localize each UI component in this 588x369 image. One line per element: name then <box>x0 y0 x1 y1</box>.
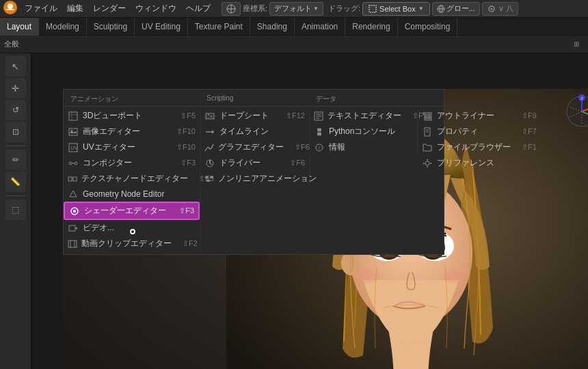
svg-point-65 <box>211 115 212 117</box>
tab-modeling[interactable]: Modeling <box>39 18 87 36</box>
file-browser-icon <box>422 142 433 153</box>
timeline-icon <box>204 126 215 137</box>
tab-layout[interactable]: Layout <box>0 18 39 36</box>
fullscreen-label: 全般 <box>4 39 19 49</box>
menu-python-console[interactable]: Pythonコンソール <box>310 124 417 139</box>
tool-scale[interactable]: ⊡ <box>5 122 26 142</box>
icons-row-btn[interactable]: ∨ 八 <box>482 2 518 16</box>
tool-annotate[interactable]: ✏ <box>5 150 26 170</box>
menu-drivers[interactable]: ドライバー ⇧F6 <box>200 155 309 171</box>
file-menu[interactable]: ファイル <box>21 1 62 16</box>
select-box-dropdown-arrow: ▼ <box>418 5 424 12</box>
menu-dope-sheet[interactable]: ドープシート ⇧F12 <box>200 108 309 124</box>
render-menu[interactable]: レンダー <box>89 1 130 16</box>
menu-image-editor[interactable]: 画像エディター ⇧F10 <box>64 124 200 139</box>
tool-rotate[interactable]: ↺ <box>5 100 26 120</box>
info-icon: i <box>314 142 325 153</box>
svg-point-27 <box>567 96 588 126</box>
menu-texture-node[interactable]: テクスチャノードエディター ⇧F3 <box>64 171 200 187</box>
section-label-data: データ <box>309 94 444 105</box>
menu-uv-editor[interactable]: UV UVエディター ⇧F10 <box>64 139 200 155</box>
menu-geometry-node[interactable]: Geometry Node Editor <box>64 187 200 202</box>
menu-graph-editor[interactable]: グラフエディター ⇧F6 <box>200 139 309 155</box>
menu-video[interactable]: ビデオ... <box>64 220 200 236</box>
menu-video-clip[interactable]: 動画クリップエディター ⇧F2 <box>64 236 200 251</box>
svg-rect-56 <box>69 226 75 231</box>
tab-shading[interactable]: Shading <box>250 18 295 36</box>
svg-point-25 <box>354 270 379 284</box>
menu-properties[interactable]: プロパティ ⇧F7 <box>418 124 541 139</box>
tool-measure[interactable]: 📏 <box>5 172 26 192</box>
svg-rect-40 <box>69 112 77 120</box>
menu-file-browser[interactable]: ファイルブラウザー ⇧F1 <box>418 139 541 155</box>
svg-point-26 <box>443 270 468 284</box>
geometry-node-icon <box>68 189 79 200</box>
svg-rect-73 <box>206 180 210 182</box>
tab-uv-editing[interactable]: UV Editing <box>135 18 188 36</box>
menu-3d-viewport[interactable]: 3Dビューポート ⇧F5 <box>64 108 200 124</box>
svg-rect-61 <box>206 113 214 119</box>
svg-point-86 <box>425 161 429 165</box>
svg-rect-6 <box>369 5 376 12</box>
text-editor-icon <box>314 111 323 122</box>
svg-marker-67 <box>212 130 214 134</box>
edit-menu[interactable]: 編集 <box>63 1 88 16</box>
menu-shader-editor[interactable]: シェーダーエディター ⇧F3 <box>64 202 200 220</box>
svg-point-64 <box>208 113 209 115</box>
tool-add-cube[interactable]: ⬚ <box>5 200 26 220</box>
coord-dropdown-arrow: ▼ <box>313 5 319 12</box>
svg-text:UV: UV <box>70 145 78 151</box>
coord-icon-btn[interactable] <box>222 2 241 16</box>
tab-sculpting[interactable]: Sculpting <box>87 18 135 36</box>
global-btn[interactable]: グロー... <box>432 2 480 16</box>
uv-icon: UV <box>68 142 79 153</box>
menu-timeline[interactable]: タイムライン <box>200 124 309 139</box>
tab-animation[interactable]: Animation <box>295 18 345 36</box>
svg-text:i: i <box>319 145 320 151</box>
maximize-icon[interactable]: ⊞ <box>569 37 584 52</box>
menu-nla[interactable]: ノンリニアアニメーション <box>200 171 309 187</box>
tool-move[interactable]: ✛ <box>5 78 26 98</box>
preferences-icon <box>422 158 433 169</box>
section-label-animation: アニメーション <box>64 94 200 105</box>
svg-point-55 <box>73 210 76 213</box>
toolbar-section: 座標系: デフォルト ▼ ドラッグ: Select Box ▼ グロー... ∨… <box>222 2 518 16</box>
menu-outliner[interactable]: アウトライナー ⇧F9 <box>418 108 541 124</box>
viewport-icon <box>68 111 79 122</box>
svg-marker-53 <box>70 191 77 197</box>
blender-logo[interactable] <box>3 0 18 17</box>
video-clip-icon <box>68 238 77 249</box>
orientation-gizmo[interactable]: X Y Z <box>565 94 588 128</box>
svg-rect-82 <box>425 119 431 120</box>
svg-rect-58 <box>68 241 77 247</box>
tab-rendering[interactable]: Rendering <box>345 18 397 36</box>
image-icon <box>68 126 79 137</box>
window-menu[interactable]: ウィンドウ <box>131 1 181 16</box>
svg-rect-81 <box>425 116 431 118</box>
menu-compositor[interactable]: コンポジター ⇧F3 <box>64 155 200 171</box>
svg-rect-2 <box>6 9 14 10</box>
workspace-tabs: Layout Modeling Sculpting UV Editing Tex… <box>0 18 588 36</box>
video-icon <box>68 223 79 234</box>
tool-cursor[interactable]: ↖ <box>5 56 26 77</box>
help-menu[interactable]: ヘルプ <box>182 1 215 16</box>
select-box-btn[interactable]: Select Box ▼ <box>362 2 430 16</box>
section-label-scripting: Scripting <box>200 94 308 105</box>
coord-value-btn[interactable]: デフォルト ▼ <box>269 2 323 16</box>
file-menu-group: ファイル 編集 レンダー ウィンドウ ヘルプ <box>21 1 215 16</box>
svg-rect-51 <box>73 177 77 181</box>
fullscreen-bar: 全般 ⊞ <box>0 36 588 53</box>
svg-line-70 <box>210 163 212 165</box>
svg-rect-72 <box>210 176 213 178</box>
graph-editor-icon <box>204 142 214 153</box>
svg-rect-50 <box>68 177 72 181</box>
svg-rect-71 <box>205 176 209 178</box>
svg-rect-80 <box>423 113 431 115</box>
menu-text-editor[interactable]: テキストエディター ⇧F11 <box>310 108 417 124</box>
tab-texture-paint[interactable]: Texture Paint <box>188 18 250 36</box>
editor-type-dropdown: アニメーション Scripting データ 3Dビューポート ⇧F5 <box>63 89 444 255</box>
menu-info[interactable]: i 情報 <box>310 139 417 155</box>
drivers-icon <box>204 158 215 169</box>
tab-compositing[interactable]: Compositing <box>398 18 458 36</box>
menu-preferences[interactable]: プリファレンス <box>418 155 541 171</box>
